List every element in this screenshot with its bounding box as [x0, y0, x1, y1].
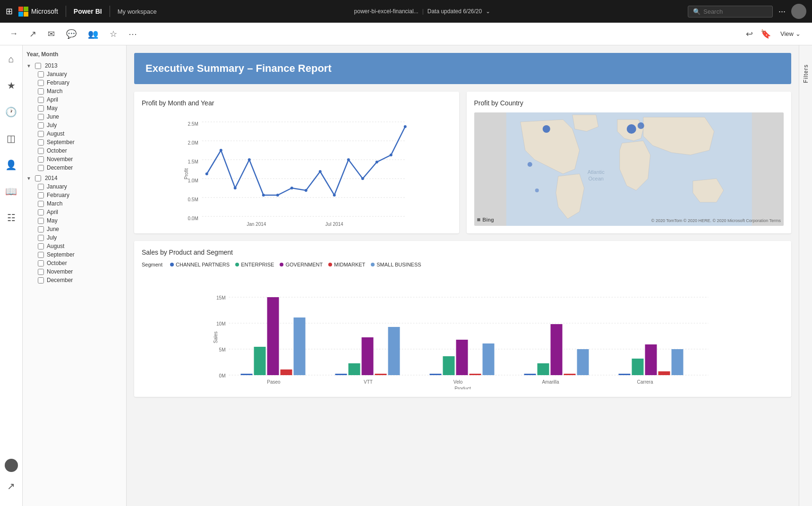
month-checkbox-2014-March[interactable] — [38, 201, 44, 207]
month-item-2014-August[interactable]: August — [26, 242, 122, 250]
legend-label: CHANNEL PARTNERS — [176, 262, 230, 267]
right-panel: Filters — [799, 45, 812, 506]
month-checkbox-2014-May[interactable] — [38, 218, 44, 224]
month-item-2013-April[interactable]: April — [26, 95, 122, 104]
month-item-2013-August[interactable]: August — [26, 129, 122, 138]
month-item-2013-June[interactable]: June — [26, 112, 122, 121]
month-label-2013-January: January — [47, 71, 67, 77]
mail-icon[interactable]: ✉ — [46, 27, 57, 41]
grid-icon[interactable]: ⊞ — [6, 6, 13, 17]
month-checkbox-2014-January[interactable] — [38, 184, 44, 190]
month-item-2013-February[interactable]: February — [26, 78, 122, 87]
month-item-2013-May[interactable]: May — [26, 104, 122, 112]
workspace-label[interactable]: My workspace — [118, 8, 157, 15]
filter-panel-title: Year, Month — [26, 51, 122, 58]
month-item-2014-June[interactable]: June — [26, 225, 122, 233]
month-checkbox-2014-April[interactable] — [38, 209, 44, 215]
sidebar-home-icon[interactable]: ⌂ — [5, 51, 17, 68]
chevron-down-icon[interactable]: ⌄ — [486, 8, 490, 15]
month-item-2014-September[interactable]: September — [26, 250, 122, 259]
undo-icon[interactable]: ↩ — [744, 27, 755, 41]
sidebar-avatar[interactable] — [5, 459, 18, 472]
month-item-2013-January[interactable]: January — [26, 70, 122, 78]
svg-rect-69 — [632, 359, 644, 375]
month-checkbox-2014-September[interactable] — [38, 252, 44, 258]
month-checkbox-2014-July[interactable] — [38, 235, 44, 241]
main-layout: ⌂ ★ 🕐 ◫ 👤 📖 ☷ ↗ Year, Month ▼ 2013 Janua… — [0, 45, 812, 506]
search-box[interactable]: 🔍 — [688, 6, 773, 17]
avatar[interactable] — [791, 4, 806, 19]
month-checkbox-2013-August[interactable] — [38, 131, 44, 137]
month-checkbox-2013-January[interactable] — [38, 71, 44, 77]
month-checkbox-2013-June[interactable] — [38, 114, 44, 120]
month-checkbox-2014-February[interactable] — [38, 192, 44, 198]
month-item-2014-April[interactable]: April — [26, 208, 122, 216]
back-icon[interactable]: → — [8, 27, 20, 41]
bar-chart-container: 0M 5M 10M 15M Sales — [142, 271, 784, 389]
more-toolbar-icon[interactable]: ⋯ — [127, 27, 139, 41]
sidebar-apps-icon[interactable]: ◫ — [4, 130, 18, 147]
segment-legend: Segment CHANNEL PARTNERS ENTERPRISE GOVE… — [142, 262, 784, 267]
month-label-2013-August: August — [47, 130, 64, 137]
view-label: View — [780, 30, 794, 37]
month-checkbox-2014-June[interactable] — [38, 226, 44, 232]
month-item-2013-March[interactable]: March — [26, 87, 122, 95]
month-checkbox-2013-September[interactable] — [38, 139, 44, 146]
view-button[interactable]: View ⌄ — [777, 28, 804, 39]
filters-label[interactable]: Filters — [803, 64, 809, 83]
month-checkbox-2014-October[interactable] — [38, 260, 44, 266]
month-item-2013-October[interactable]: October — [26, 146, 122, 155]
bar-chart-svg: 0M 5M 10M 15M Sales — [142, 271, 784, 389]
sidebar-favorites-icon[interactable]: ★ — [4, 77, 18, 94]
sidebar-workspaces-icon[interactable]: ☷ — [4, 209, 18, 226]
month-checkbox-2013-November[interactable] — [38, 156, 44, 163]
chat-icon[interactable]: 💬 — [64, 27, 78, 41]
bookmark2-icon[interactable]: 🔖 — [759, 27, 773, 41]
top-bar: ⊞ Microsoft Power BI My workspace power-… — [0, 0, 812, 23]
sidebar-expand-icon[interactable]: ↗ — [4, 478, 18, 495]
sidebar-learn-icon[interactable]: 📖 — [2, 183, 20, 200]
sidebar-shared-icon[interactable]: 👤 — [2, 156, 20, 173]
year-header-2014[interactable]: ▼ 2014 — [26, 174, 122, 182]
month-checkbox-2014-August[interactable] — [38, 243, 44, 249]
month-item-2014-February[interactable]: February — [26, 191, 122, 199]
month-item-2013-November[interactable]: November — [26, 155, 122, 163]
month-checkbox-2013-February[interactable] — [38, 80, 44, 86]
month-item-2014-May[interactable]: May — [26, 216, 122, 225]
month-checkbox-2013-July[interactable] — [38, 122, 44, 129]
month-checkbox-2014-December[interactable] — [38, 277, 44, 283]
year-header-2013[interactable]: ▼ 2013 — [26, 61, 122, 70]
sidebar-recent-icon[interactable]: 🕐 — [2, 103, 20, 120]
legend-label: ENTERPRISE — [241, 262, 274, 267]
year-checkbox-2014[interactable] — [35, 175, 41, 181]
svg-rect-59 — [443, 356, 455, 375]
month-checkbox-2013-April[interactable] — [38, 97, 44, 103]
month-item-2014-January[interactable]: January — [26, 182, 122, 191]
month-item-2014-March[interactable]: March — [26, 199, 122, 208]
month-item-2014-July[interactable]: July — [26, 233, 122, 242]
svg-rect-55 — [362, 337, 374, 375]
search-input[interactable] — [703, 8, 760, 15]
svg-point-28 — [376, 161, 378, 163]
month-checkbox-2013-May[interactable] — [38, 105, 44, 111]
bookmark-icon[interactable]: ☆ — [108, 27, 119, 41]
teams-icon[interactable]: 👥 — [86, 27, 100, 41]
month-item-2014-November[interactable]: November — [26, 267, 122, 276]
year-checkbox-2013[interactable] — [35, 63, 41, 69]
month-item-2014-December[interactable]: December — [26, 276, 122, 284]
svg-point-37 — [626, 124, 636, 134]
month-checkbox-2014-November[interactable] — [38, 269, 44, 275]
legend-item-enterprise: ENTERPRISE — [235, 262, 274, 267]
month-item-2014-October[interactable]: October — [26, 259, 122, 267]
month-checkbox-2013-December[interactable] — [38, 165, 44, 171]
share-icon[interactable]: ↗ — [27, 27, 38, 41]
month-item-2013-July[interactable]: July — [26, 121, 122, 129]
more-options-icon[interactable]: ··· — [778, 7, 786, 17]
svg-point-27 — [361, 177, 364, 180]
month-checkbox-2013-March[interactable] — [38, 88, 44, 94]
month-checkbox-2013-October[interactable] — [38, 148, 44, 154]
svg-point-24 — [319, 170, 322, 173]
svg-text:VTT: VTT — [364, 379, 373, 385]
month-item-2013-December[interactable]: December — [26, 163, 122, 172]
month-item-2013-September[interactable]: September — [26, 138, 122, 146]
